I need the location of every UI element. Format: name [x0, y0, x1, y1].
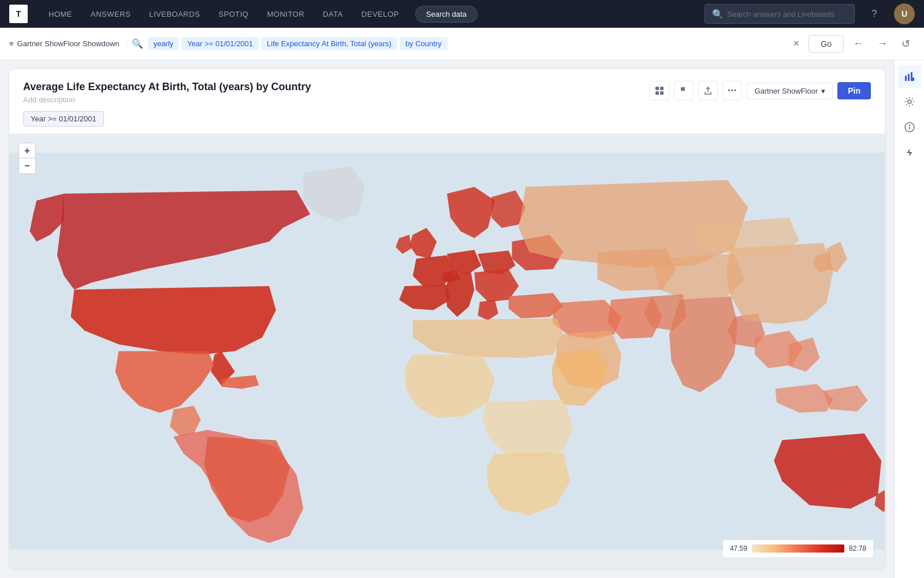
main-content: Average Life Expectancy At Birth, Total …	[0, 60, 924, 578]
search-answers-input[interactable]	[727, 10, 847, 18]
go-button[interactable]: Go	[808, 35, 844, 53]
table-view-button[interactable]	[650, 81, 669, 101]
map-container[interactable]: + − 47.59 82.78	[9, 134, 885, 569]
svg-rect-8	[912, 77, 914, 81]
pin-button[interactable]: Pin	[837, 82, 871, 99]
chip-dimension[interactable]: by Country	[400, 37, 448, 50]
back-button[interactable]: ←	[848, 34, 868, 53]
svg-rect-5	[905, 76, 907, 81]
data-source-selector[interactable]: ≡ Gartner ShowFloor Showdown	[9, 39, 127, 48]
filter-chips-area: Year >= 01/01/2001	[9, 111, 885, 134]
svg-rect-0	[655, 87, 659, 90]
logo-icon: T	[9, 5, 28, 23]
search-icon: 🔍	[132, 38, 143, 49]
source-name: Gartner ShowFloor Showdown	[17, 39, 120, 48]
user-avatar[interactable]: U	[894, 3, 915, 24]
svg-rect-7	[911, 72, 912, 81]
chart-actions: ••• Gartner ShowFloor ▾ Pin	[650, 81, 871, 101]
chevron-down-icon: ▾	[821, 87, 825, 95]
map-legend: 47.59 82.78	[723, 540, 873, 557]
map-zoom-controls: + −	[18, 143, 36, 174]
chart-panel: Average Life Expectancy At Birth, Total …	[9, 69, 885, 569]
svg-point-9	[908, 100, 911, 103]
search-data-button[interactable]: Search data	[415, 6, 478, 23]
nav-develop[interactable]: DEVELOP	[355, 6, 406, 22]
forward-button[interactable]: →	[873, 34, 892, 53]
top-navigation: T HOME ANSWERS LIVEBOARDS SPOTIQ MONITOR…	[0, 0, 924, 28]
settings-button[interactable]	[898, 90, 921, 113]
nav-spotiq[interactable]: SPOTIQ	[211, 6, 255, 22]
world-map	[9, 134, 885, 569]
chart-type-button[interactable]	[898, 65, 921, 88]
svg-point-12	[909, 125, 910, 125]
clear-search-button[interactable]: ×	[789, 38, 804, 50]
nav-data[interactable]: DATA	[316, 6, 350, 22]
svg-rect-1	[660, 87, 664, 90]
chart-title: Average Life Expectancy At Birth, Total …	[23, 81, 311, 93]
chart-title-area: Average Life Expectancy At Birth, Total …	[23, 81, 311, 104]
info-button[interactable]	[898, 116, 921, 139]
liveboard-selector[interactable]: Gartner ShowFloor ▾	[747, 83, 833, 99]
help-button[interactable]: ?	[864, 3, 885, 24]
refresh-button[interactable]: ↺	[897, 34, 915, 54]
svg-rect-6	[908, 74, 910, 81]
legend-color-bar	[752, 544, 844, 553]
search-bar: ≡ Gartner ShowFloor Showdown 🔍 yearly Ye…	[0, 28, 924, 60]
more-options-button[interactable]: •••	[722, 81, 742, 101]
nav-answers[interactable]: ANSWERS	[84, 6, 137, 22]
chart-subtitle[interactable]: Add description	[23, 95, 311, 104]
nav-home[interactable]: HOME	[42, 6, 79, 22]
zoom-out-button[interactable]: −	[19, 158, 35, 173]
chip-year-filter[interactable]: Year >= 01/01/2001	[181, 37, 259, 50]
nav-liveboards[interactable]: LIVEBOARDS	[142, 6, 207, 22]
flag-button[interactable]	[674, 81, 694, 101]
search-icon: 🔍	[712, 9, 724, 20]
svg-rect-2	[655, 91, 659, 95]
svg-rect-3	[660, 91, 664, 95]
lightning-button[interactable]	[898, 141, 921, 164]
chip-metric[interactable]: Life Expectancy At Birth, Total (years)	[261, 37, 397, 50]
hamburger-icon: ≡	[9, 39, 14, 48]
legend-min-value: 47.59	[730, 544, 747, 553]
right-sidebar	[894, 60, 924, 578]
share-button[interactable]	[698, 81, 718, 101]
chart-header: Average Life Expectancy At Birth, Total …	[9, 69, 885, 111]
liveboard-name: Gartner ShowFloor	[754, 87, 818, 95]
legend-max-value: 82.78	[849, 544, 866, 553]
active-filter-chip[interactable]: Year >= 01/01/2001	[23, 111, 104, 127]
chip-yearly[interactable]: yearly	[148, 37, 180, 50]
logo[interactable]: T	[9, 5, 28, 23]
search-answers-box[interactable]: 🔍	[705, 4, 855, 24]
zoom-in-button[interactable]: +	[19, 143, 35, 158]
nav-monitor[interactable]: MONITOR	[260, 6, 311, 22]
search-query-area: yearly Year >= 01/01/2001 Life Expectanc…	[148, 34, 784, 54]
